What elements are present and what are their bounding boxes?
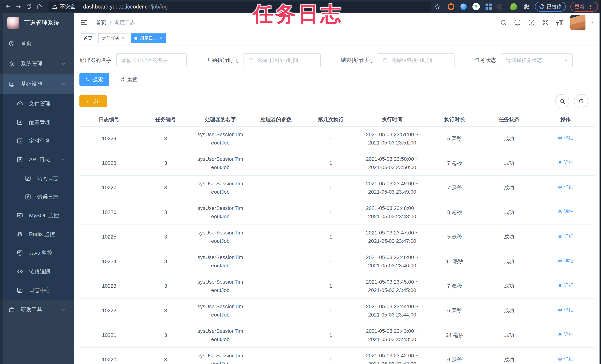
sidebar-item-error-log[interactable]: 错误日志 [0,188,74,206]
cell-log-id: 10220 [80,348,139,364]
ext-blue-icon[interactable] [460,3,468,11]
main: 首页 / 调度日志 TT 首页定时任务×调度日志× 处理器的名字请 [74,13,601,364]
cell-actions: 详细 [536,175,595,200]
tab-timed-task[interactable]: 定时任务× [98,33,128,43]
tab-home[interactable]: 首页 [80,33,96,43]
sidebar-item-job[interactable]: 定时任务 [0,131,74,150]
cell-execute-index: 1 [304,298,358,323]
breadcrumb-home[interactable]: 首页 [96,19,106,26]
detail-link[interactable]: 详细 [557,306,574,314]
end-time-input[interactable]: 选择结束执行时间 [378,53,455,67]
refresh-table-button[interactable] [574,94,588,108]
table-header-row: 日志编号任务编号处理器的名字处理器的参数第几次执行执行时间执行时长任务状态操作 [80,113,595,126]
sidebar-item-home[interactable]: 首页 [0,33,74,54]
log-edit-icon [25,194,31,200]
detail-link[interactable]: 详细 [557,159,574,166]
sidebar-item-system[interactable]: 系统管理 [0,54,74,74]
detail-link[interactable]: 详细 [557,331,574,338]
cell-execute-index: 1 [304,200,358,225]
sidebar-item-access-log[interactable]: 访问日志 [0,169,74,188]
sidebar-item-log-center[interactable]: 日志中心 [0,281,74,300]
cell-execute-index: 1 [304,323,358,348]
cell-handler-name: sysUserSessionTimeoutJob [192,348,248,364]
user-avatar[interactable] [570,15,585,30]
job-status-select[interactable]: 请选择任务状态 [501,53,573,67]
monitor-icon [9,81,15,87]
ext-orange-icon[interactable] [447,3,455,11]
eye-icon [557,135,562,141]
chevron-up-icon [61,82,66,87]
search-icon[interactable] [500,19,507,26]
cell-handler-param [248,298,304,323]
help-icon[interactable] [528,19,535,26]
cell-duration: 8 毫秒 [427,200,482,225]
breadcrumb-separator: / [110,20,111,26]
cell-duration: 7 毫秒 [427,175,482,200]
app-logo[interactable]: 芋道管理系统 [0,13,74,32]
back-icon[interactable] [3,1,13,12]
table-row: 102253sysUserSessionTimeoutJob12021-05-0… [80,225,595,249]
tab-label: 首页 [83,35,92,41]
search-button[interactable]: 搜索 [80,73,109,86]
sidebar-item-infra[interactable]: 基础设施 [0,74,74,94]
sidebar-item-api-log[interactable]: API 日志 [0,150,74,169]
forward-icon[interactable] [13,1,24,12]
cell-execute-index: 1 [304,274,358,298]
sidebar-item-java[interactable]: Java 监控 [0,243,74,262]
paused-extension-badge[interactable]: 😆 已暂停 [535,2,566,12]
insecure-warning-icon[interactable] [52,4,58,10]
toggle-search-button[interactable] [555,94,569,108]
detail-link[interactable]: 详细 [557,233,574,240]
cell-status: 成功 [482,323,536,348]
table-body: 102293sysUserSessionTimeoutJob12021-05-0… [80,126,595,364]
tab-schedule-log[interactable]: 调度日志× [131,33,166,43]
reset-button[interactable]: 重置 [114,73,143,86]
sidebar-item-dev-tools[interactable]: 研发工具 [0,300,74,320]
detail-link[interactable]: 详细 [557,208,574,216]
ext-green-y-icon[interactable]: Y [472,3,480,11]
detail-link[interactable]: 详细 [557,257,574,265]
ext-puzzle-icon[interactable] [522,3,531,11]
close-icon[interactable]: × [122,36,125,41]
sidebar-toggle-icon[interactable] [80,19,88,26]
reload-icon[interactable] [24,1,34,12]
column-header: 任务编号 [139,113,192,126]
detail-link[interactable]: 详细 [557,355,574,363]
toolbar-row: 导出 [80,94,595,108]
detail-link[interactable]: 详细 [557,183,574,191]
table-row: 102223sysUserSessionTimeoutJob12021-05-0… [80,298,595,323]
sidebar-item-label: Redis 监控 [29,231,55,238]
emoji-icon: 😆 [539,4,544,10]
toolbox-icon [9,306,15,313]
ext-on-icon[interactable]: on [497,3,505,11]
cell-actions: 详细 [536,323,595,348]
fullscreen-icon[interactable] [542,19,549,26]
cell-execute-index: 1 [304,249,358,274]
schedule-icon [17,138,23,144]
detail-link[interactable]: 详细 [557,134,574,142]
sidebar-item-config[interactable]: 配置管理 [0,113,74,131]
close-icon[interactable]: × [160,36,162,41]
breadcrumb: 首页 / 调度日志 [96,19,135,26]
avatar-caret-down-icon[interactable] [590,20,595,25]
sidebar-item-file[interactable]: 文件管理 [0,94,74,113]
home-icon[interactable] [34,1,44,12]
github-icon[interactable] [514,19,521,26]
font-size-icon[interactable]: TT [556,19,563,26]
cell-duration: 7 毫秒 [427,151,482,175]
begin-time-input[interactable]: 选择开始执行时间 [243,53,321,67]
export-button[interactable]: 导出 [80,95,107,107]
url-bar[interactable]: 不安全 dashboard.yudao.iocoder.cn/job/log [48,1,431,12]
table-row: 102263sysUserSessionTimeoutJob12021-05-0… [80,200,595,225]
browser-update-button[interactable]: 更新 ⋮ [570,2,598,12]
sidebar-item-redis[interactable]: Redis 监控 [0,225,74,243]
sidebar-item-tracer[interactable]: 链路追踪 [0,262,74,281]
ext-leaf-icon[interactable] [510,3,518,11]
detail-link[interactable]: 详细 [557,282,574,289]
sidebar-item-mysql[interactable]: MySQL 监控 [0,206,74,225]
ext-grid-icon[interactable] [485,3,493,11]
bookmark-star-icon[interactable] [432,1,442,12]
filter-handler-name: 处理器的名字请输入处理器的名字 [80,53,187,67]
handler-name-input[interactable]: 请输入处理器的名字 [116,53,187,67]
sidebar-item-label: 研发工具 [21,306,42,313]
